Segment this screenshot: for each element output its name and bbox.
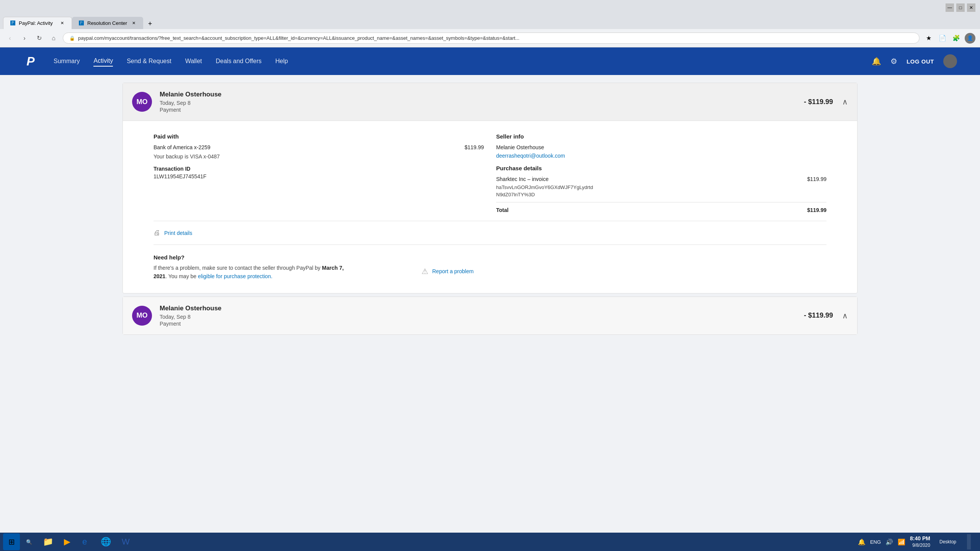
maximize-btn[interactable]: □ [956,3,965,12]
help-grid: If there's a problem, make sure to conta… [154,264,826,281]
transaction-header-2[interactable]: MO Melanie Osterhouse Today, Sep 8 Payme… [123,297,857,334]
txn-id-value: 1LW11954EJ745541F [154,173,484,179]
seller-name: Melanie Osterhouse [496,144,826,150]
help-section: Need help? If there's a problem, make su… [154,245,826,281]
purchase-protection-link[interactable]: eligible for purchase protection. [198,273,273,279]
nav-activity[interactable]: Activity [93,56,113,67]
transaction-card-1: MO Melanie Osterhouse Today, Sep 8 Payme… [122,83,858,293]
profile-btn[interactable]: 👤 [965,33,975,44]
word-icon: W [122,537,130,547]
help-text-2: . You may be [165,273,198,279]
nav-help[interactable]: Help [275,56,288,66]
taskbar-notification-icon[interactable]: 🔔 [858,538,866,546]
purchase-item-row: Sharktec Inc – invoice $119.99 [496,176,826,182]
report-problem-link[interactable]: Report a problem [432,268,474,274]
forward-btn[interactable]: › [19,33,30,44]
tab-paypal-activity[interactable]: 🅿 PayPal: Activity ✕ [3,17,72,29]
taskbar-language[interactable]: ENG [870,539,881,545]
refresh-btn[interactable]: ↻ [34,33,44,44]
backup-text: Your backup is VISA x-0487 [154,153,484,160]
taskbar-clock[interactable]: 8:40 PM 9/8/2020 [910,535,930,549]
tab-close-2[interactable]: ✕ [130,20,137,26]
paypal-logo[interactable]: P [23,54,38,69]
bank-amount: $119.99 [464,144,484,150]
ie-icon: e [82,537,87,547]
orange-app-icon: ▶ [64,537,70,547]
browser-actions: ★ 📄 🧩 👤 [923,33,975,44]
transaction-type-2: Payment [160,321,804,327]
help-text-1: If there's a problem, make sure to conta… [154,265,322,271]
purchase-desc-2: N9dZ07lnTY%3D [496,192,826,197]
minimize-btn[interactable]: — [946,3,954,12]
transaction-amount-2: - $119.99 [804,311,833,320]
paid-with-label: Paid with [154,133,484,140]
home-btn[interactable]: ⌂ [48,33,59,44]
taskbar-network-icon[interactable]: 📶 [898,538,905,546]
print-section: 🖨 Print details [154,221,826,237]
transaction-card-2: MO Melanie Osterhouse Today, Sep 8 Payme… [122,297,858,335]
tab-resolution-center[interactable]: 🅿 Resolution Center ✕ [72,17,143,29]
file-explorer-icon: 📁 [43,537,53,547]
purchase-details-title: Purchase details [496,165,826,171]
resolution-tab-icon: 🅿 [78,20,84,26]
logout-btn[interactable]: LOG OUT [906,58,934,65]
new-tab-btn[interactable]: + [145,18,155,29]
taskbar-chrome[interactable]: 🌐 [96,534,116,549]
taskbar-time-display: 8:40 PM [910,535,930,543]
title-bar: — □ ✕ [0,0,980,15]
total-row: Total $119.99 [496,207,826,213]
transaction-info-2: Melanie Osterhouse Today, Sep 8 Payment [160,305,804,327]
report-problem-section: ⚠ Report a problem [421,267,474,276]
transaction-header-1[interactable]: MO Melanie Osterhouse Today, Sep 8 Payme… [123,83,857,121]
purchase-desc-1: haTsvvLnGORJmGvoY6GXdWJF7YgLydrtd [496,184,826,190]
chevron-up-icon-2[interactable]: ∧ [842,311,848,320]
right-column: Seller info Melanie Osterhouse deerrashe… [496,133,826,213]
transaction-date-2: Today, Sep 8 [160,314,804,320]
cortana-btn[interactable]: 🔍 [21,534,37,549]
chevron-up-icon-1[interactable]: ∧ [842,97,848,106]
lock-icon: 🔒 [69,36,75,41]
logo-text: P [26,54,34,68]
nav-links: Summary Activity Send & Request Wallet D… [54,56,872,67]
nav-wallet[interactable]: Wallet [185,56,202,66]
transaction-name-2: Melanie Osterhouse [160,305,804,312]
window-controls[interactable]: — □ ✕ [946,3,975,12]
tab-close-1[interactable]: ✕ [59,20,65,27]
taskbar-app-orange[interactable]: ▶ [59,534,76,549]
chrome-icon: 🌐 [101,537,111,547]
tab-title-2: Resolution Center [87,20,127,26]
show-desktop-btn[interactable] [967,534,971,549]
transaction-name-1: Melanie Osterhouse [160,91,804,98]
pdf-ext-btn[interactable]: 📄 [937,33,948,44]
nav-summary[interactable]: Summary [54,56,80,66]
help-text-block: If there's a problem, make sure to conta… [154,264,345,281]
url-bar[interactable]: 🔒 paypal.com/myaccount/transactions/?fre… [63,33,920,44]
txn-id-label: Transaction ID [154,166,484,172]
paypal-tab-icon: 🅿 [10,20,16,26]
seller-email[interactable]: deerrasheqotri@outlook.com [496,153,826,159]
start-button[interactable]: ⊞ [3,533,20,550]
close-btn[interactable]: ✕ [967,3,975,12]
print-details-link[interactable]: Print details [164,230,192,236]
transaction-date-1: Today, Sep 8 [160,100,804,106]
url-text: paypal.com/myaccount/transactions/?free_… [78,35,913,41]
extensions-btn[interactable]: 🧩 [951,33,962,44]
taskbar-word[interactable]: W [117,534,134,549]
taskbar-ie[interactable]: e [78,534,95,549]
notifications-icon[interactable]: 🔔 [872,57,881,66]
taskbar: ⊞ 🔍 📁 ▶ e 🌐 W 🔔 ENG 🔊 📶 8:40 PM 9/8/2020… [0,533,980,551]
nav-deals[interactable]: Deals and Offers [216,56,262,66]
user-avatar[interactable] [943,54,957,68]
main-content: MO Melanie Osterhouse Today, Sep 8 Payme… [0,75,980,551]
back-btn[interactable]: ‹ [5,33,15,44]
nav-send-request[interactable]: Send & Request [127,56,172,66]
taskbar-volume-icon[interactable]: 🔊 [885,538,893,546]
taskbar-desktop-label[interactable]: Desktop [935,534,961,549]
taskbar-file-explorer[interactable]: 📁 [38,534,58,549]
avatar-1: MO [132,92,152,112]
transaction-amount-1: - $119.99 [804,98,833,106]
settings-icon[interactable]: ⚙ [890,57,897,66]
bookmark-star-btn[interactable]: ★ [923,33,934,44]
transaction-detail-1: Paid with Bank of America x-2259 $119.99… [123,121,857,293]
purchase-item-label: Sharktec Inc – invoice [496,176,549,182]
